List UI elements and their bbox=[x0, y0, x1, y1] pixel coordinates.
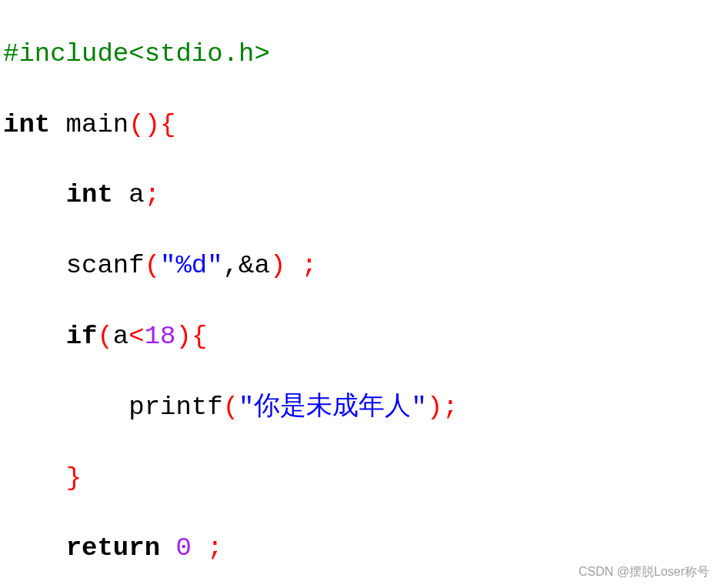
paren-open: ( bbox=[223, 393, 238, 422]
code-line-5: if(a<18){ bbox=[3, 319, 714, 355]
paren-open: ( bbox=[145, 251, 160, 280]
keyword-int: int bbox=[66, 180, 113, 209]
brace-open: { bbox=[160, 110, 175, 139]
semicolon: ; bbox=[302, 251, 317, 280]
string-literal: "%d" bbox=[160, 251, 223, 280]
preprocessor-directive: #include<stdio.h> bbox=[3, 39, 270, 68]
code-line-4: scanf("%d",&a) ; bbox=[3, 249, 714, 284]
identifier-printf: printf bbox=[128, 393, 222, 422]
brace-close: } bbox=[66, 463, 82, 493]
brace-open: { bbox=[192, 322, 207, 351]
identifier-a: a bbox=[113, 180, 145, 209]
identifier-a: a bbox=[113, 322, 128, 351]
semicolon: ; bbox=[207, 533, 222, 563]
paren-close: ) bbox=[175, 322, 191, 351]
code-line-3: int a; bbox=[3, 178, 714, 213]
code-line-1: #include<stdio.h> bbox=[3, 37, 714, 72]
number-literal: 18 bbox=[145, 322, 176, 351]
code-line-6: printf("你是未成年人"); bbox=[3, 390, 714, 426]
operator-lt: < bbox=[128, 322, 144, 351]
string-literal: "你是未成年人" bbox=[238, 393, 427, 422]
paren-open: ( bbox=[97, 322, 112, 351]
code-line-2: int main(){ bbox=[3, 108, 714, 143]
keyword-return: return bbox=[66, 533, 160, 563]
keyword-if: if bbox=[66, 322, 98, 351]
code-line-8: return 0 ; bbox=[3, 531, 714, 566]
keyword-int: int bbox=[3, 110, 50, 139]
identifier-main: main bbox=[50, 110, 128, 139]
paren-close: ) bbox=[427, 393, 442, 422]
number-literal: 0 bbox=[175, 533, 191, 563]
paren-close: ) bbox=[270, 251, 285, 280]
code-line-7: } bbox=[3, 461, 714, 496]
semicolon: ; bbox=[442, 393, 458, 422]
semicolon: ; bbox=[145, 180, 160, 209]
comma: , bbox=[223, 251, 238, 280]
address-of: &a bbox=[238, 251, 270, 280]
identifier-scanf: scanf bbox=[66, 251, 145, 280]
code-editor[interactable]: #include<stdio.h> int main(){ int a; sca… bbox=[0, 0, 717, 588]
parens: () bbox=[128, 110, 160, 139]
watermark: CSDN @摆脱Loser称号 bbox=[579, 564, 709, 580]
